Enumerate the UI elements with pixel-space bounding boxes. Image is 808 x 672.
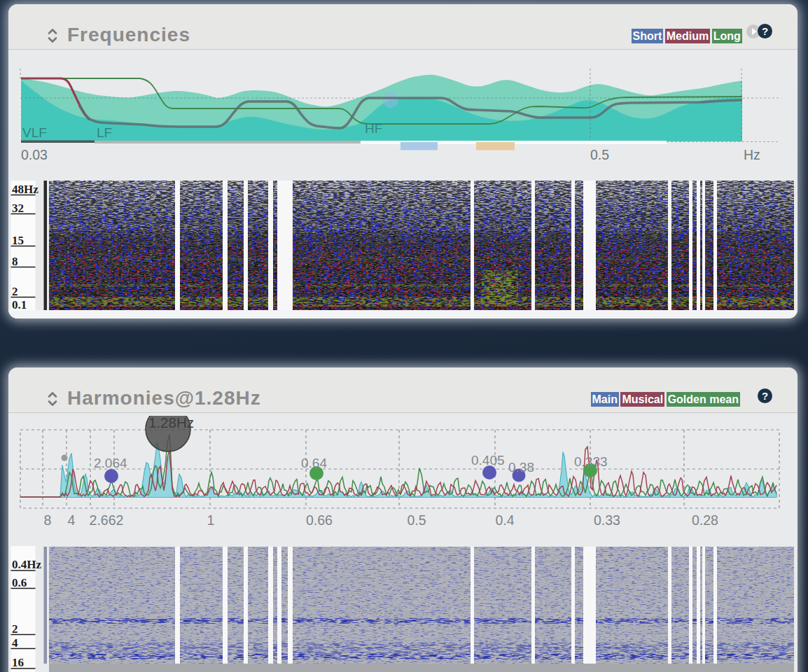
- svg-text:4: 4: [68, 512, 76, 528]
- svg-text:0.6: 0.6: [12, 576, 27, 589]
- svg-text:48Hz: 48Hz: [12, 183, 39, 196]
- svg-text:0.333: 0.333: [574, 454, 608, 469]
- svg-text:0.38: 0.38: [508, 460, 534, 475]
- svg-text:Hz: Hz: [744, 147, 760, 162]
- svg-text:8: 8: [12, 255, 18, 268]
- svg-text:2.662: 2.662: [90, 512, 124, 528]
- svg-text:0.64: 0.64: [301, 456, 327, 470]
- svg-text:2.064: 2.064: [94, 456, 127, 470]
- svg-text:VLF: VLF: [22, 125, 47, 140]
- svg-text:1.28Hz: 1.28Hz: [148, 414, 194, 430]
- svg-text:0.4: 0.4: [495, 512, 514, 528]
- svg-text:2: 2: [12, 285, 18, 298]
- svg-text:0.33: 0.33: [594, 512, 620, 528]
- svg-text:0.4Hz: 0.4Hz: [12, 558, 41, 571]
- svg-text:LF: LF: [97, 125, 112, 140]
- svg-text:16: 16: [12, 656, 24, 669]
- svg-text:0.03: 0.03: [21, 147, 48, 162]
- svg-text:0.1: 0.1: [12, 298, 27, 312]
- svg-text:0.5: 0.5: [407, 512, 426, 528]
- svg-text:32: 32: [12, 202, 24, 215]
- svg-text:2: 2: [12, 622, 18, 636]
- svg-text:0.405: 0.405: [471, 453, 505, 468]
- svg-text:15: 15: [12, 234, 24, 247]
- svg-text:1: 1: [207, 512, 215, 528]
- svg-text:0.28: 0.28: [692, 512, 718, 528]
- svg-text:0.5: 0.5: [590, 147, 609, 162]
- svg-text:8: 8: [44, 512, 52, 528]
- svg-text:HF: HF: [365, 121, 382, 136]
- svg-text:4: 4: [12, 636, 18, 650]
- svg-text:0.66: 0.66: [306, 512, 333, 528]
